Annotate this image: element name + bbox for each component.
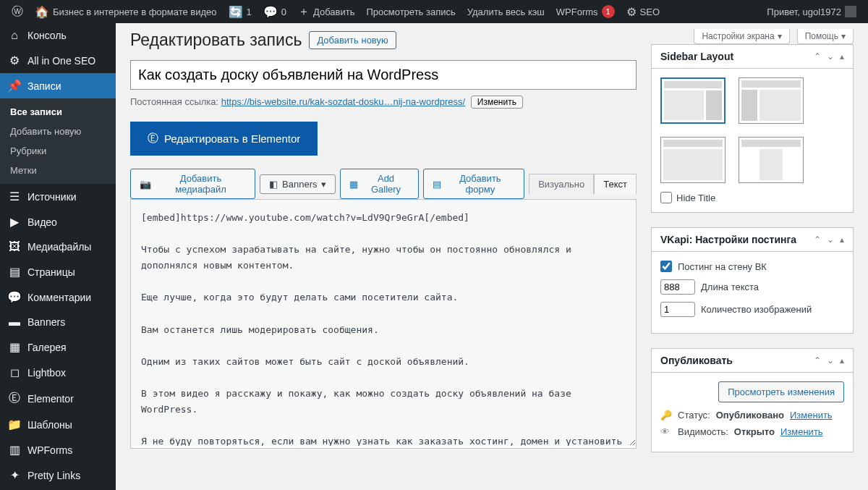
post-title-input[interactable] bbox=[130, 60, 637, 90]
hide-title-row[interactable]: Hide Title bbox=[660, 192, 844, 203]
menu-banners[interactable]: ▬Banners bbox=[0, 310, 116, 334]
chevron-down-icon: ▾ bbox=[841, 31, 846, 41]
toggle-icon[interactable]: ▴ bbox=[840, 355, 844, 366]
sources-icon: ☰ bbox=[7, 190, 22, 203]
menu-console[interactable]: ⌂Консоль bbox=[0, 23, 116, 48]
menu-media[interactable]: 🖾Медиафайлы bbox=[0, 235, 116, 259]
templates-icon: 📁 bbox=[7, 418, 22, 431]
eye-icon: 👁 bbox=[660, 426, 672, 437]
move-down-icon[interactable]: ⌄ bbox=[827, 355, 834, 366]
elementor-icon: Ⓔ bbox=[7, 391, 22, 406]
pages-icon: ▤ bbox=[7, 265, 22, 279]
add-media-button[interactable]: 📷Добавить медиафайл bbox=[130, 169, 255, 199]
menu-aioseo[interactable]: ⚙All in One SEO bbox=[0, 48, 116, 73]
submenu-add-new[interactable]: Добавить новую bbox=[0, 122, 116, 141]
banners-icon: ▬ bbox=[7, 316, 22, 329]
vk-wall-checkbox[interactable] bbox=[660, 261, 672, 272]
updates[interactable]: 🔄1 bbox=[223, 0, 258, 23]
menu-elementor[interactable]: ⒺElementor bbox=[0, 385, 116, 412]
vk-text-length-label: Длина текста bbox=[701, 282, 759, 292]
camera-icon: 📷 bbox=[140, 179, 151, 190]
menu-pretty-links[interactable]: ✦Pretty Links bbox=[0, 462, 116, 481]
move-up-icon[interactable]: ⌃ bbox=[814, 235, 821, 245]
banners-button[interactable]: ◧Banners▾ bbox=[260, 174, 336, 194]
menu-gallery[interactable]: ▦Галерея bbox=[0, 334, 116, 360]
move-down-icon[interactable]: ⌄ bbox=[827, 51, 834, 62]
comments[interactable]: 💬0 bbox=[258, 0, 292, 23]
permalink-edit-button[interactable]: Изменить bbox=[471, 96, 523, 109]
add-new[interactable]: ＋Добавить bbox=[292, 0, 360, 23]
add-gallery-button[interactable]: ▦Add Gallery bbox=[340, 169, 418, 199]
lightbox-icon: ◻ bbox=[7, 366, 22, 379]
chevron-down-icon: ▾ bbox=[321, 179, 326, 190]
menu-lightbox[interactable]: ◻Lightbox bbox=[0, 360, 116, 385]
vkapi-box: VKapi: Настройки постинга ⌃⌄▴ Постинг на… bbox=[651, 227, 854, 334]
menu-wpforms[interactable]: ▥WPForms bbox=[0, 437, 116, 462]
hide-title-checkbox[interactable] bbox=[660, 192, 672, 203]
permalink-label: Постоянная ссылка: bbox=[130, 96, 218, 107]
layout-full[interactable] bbox=[660, 137, 726, 183]
user-greeting[interactable]: Привет, ugol1972 bbox=[761, 0, 862, 23]
delete-cache[interactable]: Удалить весь кэш bbox=[461, 0, 550, 23]
status-edit-link[interactable]: Изменить bbox=[790, 410, 833, 421]
submenu-tags[interactable]: Метки bbox=[0, 161, 116, 180]
menu-templates[interactable]: 📁Шаблоны bbox=[0, 412, 116, 437]
banner-icon: ◧ bbox=[269, 179, 278, 190]
form-icon: ▤ bbox=[433, 179, 441, 190]
permalink-row: Постоянная ссылка: https://bis-website.r… bbox=[130, 96, 637, 109]
vk-images-count-label: Количество изображений bbox=[701, 304, 812, 315]
vk-wall-label: Постинг на стену ВК bbox=[678, 261, 767, 272]
publish-box: Опубликовать ⌃⌄▴ Просмотреть изменения 🔑… bbox=[651, 348, 854, 452]
permalink-url[interactable]: https://bis-website.ru/kak-sozdat-dosku…… bbox=[221, 96, 465, 107]
star-icon: ✦ bbox=[7, 468, 22, 481]
wpforms-icon: ▥ bbox=[7, 443, 22, 457]
screen-options-button[interactable]: Настройки экрана▾ bbox=[694, 29, 789, 44]
vk-images-count-input[interactable] bbox=[660, 302, 695, 317]
submenu-categories[interactable]: Рубрики bbox=[0, 141, 116, 161]
menu-pages[interactable]: ▤Страницы bbox=[0, 259, 116, 284]
gallery-icon: ▦ bbox=[349, 179, 358, 190]
admin-sidebar: ⌂Консоль ⚙All in One SEO 📌Записи Все зап… bbox=[0, 23, 116, 481]
layout-left-sidebar[interactable] bbox=[739, 77, 804, 124]
key-icon: 🔑 bbox=[660, 410, 672, 421]
media-icon: 🖾 bbox=[7, 240, 22, 253]
wp-logo[interactable]: ⓦ bbox=[6, 0, 29, 23]
toggle-icon[interactable]: ▴ bbox=[840, 51, 844, 62]
submenu-all-posts[interactable]: Все записи bbox=[0, 102, 116, 122]
sidebar-layout-box: Sidebar Layout ⌃⌄▴ Hide Title bbox=[651, 44, 854, 213]
post-content-textarea[interactable]: [embed]https://www.youtube.com/watch?v=L… bbox=[131, 200, 636, 446]
visibility-edit-link[interactable]: Изменить bbox=[780, 426, 823, 437]
edit-with-elementor-button[interactable]: ⒺРедактировать в Elementor bbox=[130, 122, 318, 156]
toggle-icon[interactable]: ▴ bbox=[840, 235, 844, 245]
seo-bar[interactable]: ⚙SEO bbox=[621, 0, 665, 23]
layout-right-sidebar[interactable] bbox=[660, 77, 726, 124]
elementor-icon: Ⓔ bbox=[148, 132, 158, 145]
site-name[interactable]: 🏠Бизнес в интернете в формате видео bbox=[29, 0, 223, 23]
vkapi-title: VKapi: Настройки постинга bbox=[660, 234, 796, 245]
vk-text-length-input[interactable] bbox=[660, 279, 695, 295]
avatar bbox=[845, 6, 856, 17]
tab-text[interactable]: Текст bbox=[594, 174, 637, 195]
video-icon: ▶ bbox=[7, 215, 22, 229]
wpforms-bar[interactable]: WPForms1 bbox=[550, 0, 621, 23]
gallery-icon: ▦ bbox=[7, 340, 22, 354]
view-post[interactable]: Просмотреть запись bbox=[360, 0, 461, 23]
add-form-button[interactable]: ▤Добавить форму bbox=[423, 169, 525, 199]
add-new-button[interactable]: Добавить новую bbox=[309, 31, 396, 49]
menu-sources[interactable]: ☰Источники bbox=[0, 184, 116, 209]
tab-visual[interactable]: Визуально bbox=[529, 174, 594, 194]
pin-icon: 📌 bbox=[7, 79, 22, 93]
move-down-icon[interactable]: ⌄ bbox=[827, 235, 834, 245]
preview-changes-button[interactable]: Просмотреть изменения bbox=[718, 381, 844, 402]
layout-narrow[interactable] bbox=[739, 137, 804, 183]
move-up-icon[interactable]: ⌃ bbox=[814, 51, 821, 62]
publish-title: Опубликовать bbox=[660, 355, 733, 366]
aioseo-icon: ⚙ bbox=[7, 54, 22, 67]
menu-comments[interactable]: 💬Комментарии bbox=[0, 284, 116, 310]
comments-icon: 💬 bbox=[7, 290, 22, 304]
menu-posts[interactable]: 📌Записи bbox=[0, 73, 116, 98]
sidebar-layout-title: Sidebar Layout bbox=[660, 51, 733, 62]
move-up-icon[interactable]: ⌃ bbox=[814, 355, 821, 366]
help-button[interactable]: Помощь▾ bbox=[797, 29, 854, 44]
menu-video[interactable]: ▶Видео bbox=[0, 209, 116, 235]
